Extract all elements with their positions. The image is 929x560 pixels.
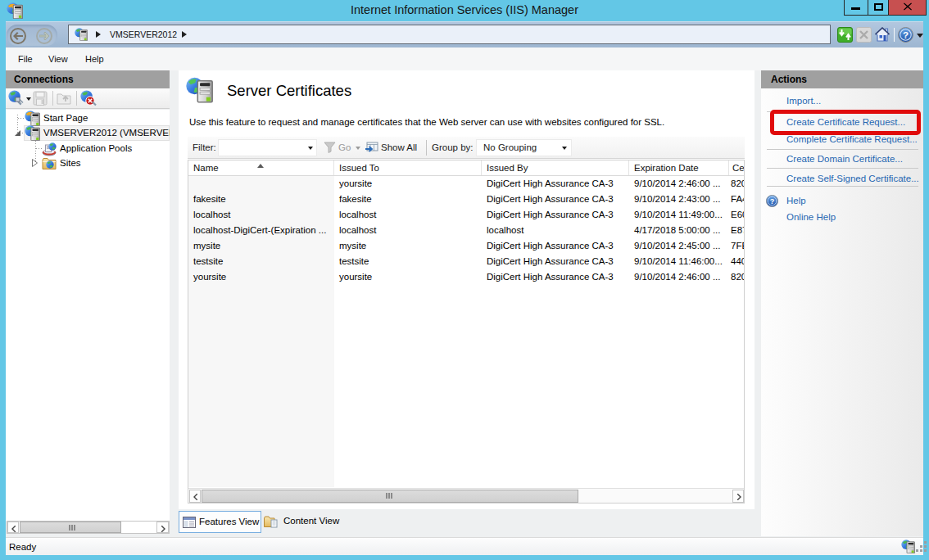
svg-text:?: ?	[903, 30, 909, 40]
svg-text:?: ?	[770, 197, 775, 205]
